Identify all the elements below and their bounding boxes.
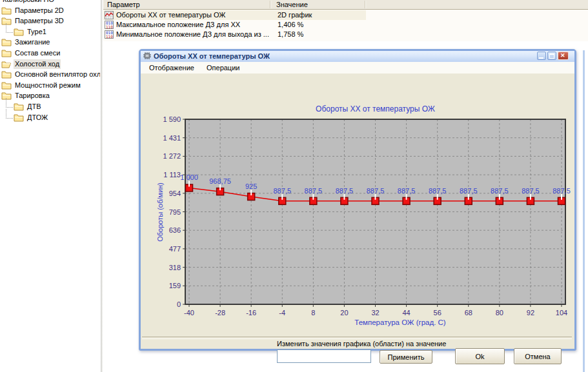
tree-item-type1[interactable]: Type1: [0, 27, 48, 37]
edit-values-label: Изменить значения графика (области) на з…: [277, 340, 446, 348]
tree-item-параметры-2d[interactable]: Параметры 2D: [0, 6, 65, 16]
tree-connector: [6, 23, 13, 33]
minimize-button[interactable]: [537, 52, 546, 60]
parameter-name: Обороты ХХ от температуры ОЖ: [116, 10, 225, 20]
maximize-icon: [549, 54, 554, 59]
svg-text:1 113: 1 113: [163, 171, 181, 179]
svg-text:1 272: 1 272: [163, 152, 181, 160]
dialog-title: Обороты ХХ от температуры ОЖ: [154, 52, 270, 60]
svg-text:92: 92: [527, 309, 534, 317]
tree-item-дтож[interactable]: ДТОЖ: [0, 113, 49, 123]
apply-button[interactable]: Применить: [380, 350, 432, 364]
svg-text:-16: -16: [246, 309, 256, 317]
svg-text:0: 0: [177, 300, 181, 308]
dialog-content: 01593184776367959541 1131 2721 4311 590-…: [141, 73, 574, 349]
tree-item-label: ДТВ: [26, 102, 43, 112]
folder-closed-icon: [1, 38, 12, 46]
tree-item-холостой-ход[interactable]: Холостой ход: [0, 59, 61, 70]
tree-item-label: Холостой ход: [14, 59, 61, 69]
data-point-label: 887,5: [398, 187, 416, 195]
tree-item-состав-смеси[interactable]: Состав смеси: [0, 48, 61, 59]
maximize-button[interactable]: [547, 52, 556, 60]
svg-text:56: 56: [434, 309, 441, 317]
table-row[interactable]: Обороты ХХ от температуры ОЖ2D график: [103, 10, 588, 20]
tree-item-label: Параметры 3D: [14, 16, 65, 26]
calibration-tree-panel[interactable]: Калибровки ПОПараметры 2DПараметры 3DTyp…: [0, 0, 100, 372]
svg-text:954: 954: [169, 190, 181, 197]
svg-text:80: 80: [496, 309, 503, 317]
svg-text:44: 44: [402, 309, 410, 317]
tree-item-зажигание[interactable]: Зажигание: [0, 37, 52, 48]
minimize-icon: [539, 54, 543, 59]
data-point-label: 887,5: [305, 187, 323, 195]
chart-title: Обороты ХХ от температуры ОЖ: [316, 104, 435, 113]
close-icon: ✕: [560, 53, 565, 57]
tree-item-label: Type1: [26, 27, 48, 37]
close-button[interactable]: ✕: [558, 52, 569, 60]
svg-text:110: 110: [106, 24, 113, 29]
folder-closed-icon: [1, 6, 12, 15]
svg-text:110: 110: [106, 34, 113, 39]
y-axis-title: Обороты (об/мин): [156, 182, 164, 242]
svg-text:318: 318: [169, 264, 181, 271]
folder-open-icon: [1, 60, 12, 68]
table-row[interactable]: 010110Максимальное положение ДЗ для ХХ1,…: [103, 20, 588, 30]
folder-closed-icon: [1, 70, 12, 79]
tree-item-калибровки-по[interactable]: Калибровки ПО: [0, 0, 56, 5]
folder-closed-icon: [1, 81, 12, 90]
tree-item-label: Тарировка: [14, 91, 51, 101]
data-point-label: 887,5: [522, 187, 540, 195]
column-header-parameter[interactable]: Параметр: [107, 1, 140, 8]
parameter-value: 1,406 %: [278, 20, 303, 30]
svg-text:636: 636: [169, 226, 181, 234]
tree-item-основной-вентилятор-охл-[interactable]: Основной вентилятор охл.: [0, 70, 100, 80]
svg-text:-40: -40: [184, 309, 194, 317]
data-point-label: 925: [245, 182, 257, 190]
tree-item-мощностной-режим[interactable]: Мощностной режим: [0, 81, 82, 91]
dialog-titlebar[interactable]: Обороты ХХ от температуры ОЖ ✕: [141, 51, 574, 63]
menu-operations[interactable]: Операции: [203, 63, 243, 72]
svg-text:159: 159: [169, 282, 181, 289]
tree-item-label: Основной вентилятор охл.: [14, 70, 100, 79]
parameter-value: 2D график: [278, 10, 312, 20]
rpm-vs-temperature-chart[interactable]: 01593184776367959541 1131 2721 4311 590-…: [142, 99, 578, 332]
parameter-value: 1,758 %: [278, 30, 303, 39]
panel-splitter[interactable]: [101, 0, 103, 372]
chip-icon: [143, 52, 152, 60]
data-point-label: 887,5: [336, 187, 354, 195]
x-axis-title: Температура ОЖ (град. С): [354, 318, 446, 326]
svg-text:1 431: 1 431: [163, 134, 181, 142]
data-point-label: 968,75: [209, 177, 231, 185]
menu-display[interactable]: Отображение: [145, 63, 198, 72]
new-value-input[interactable]: [277, 349, 371, 363]
binary-table-icon: 010110: [105, 21, 114, 29]
binary-table-icon: 010110: [105, 30, 114, 39]
ok-button[interactable]: Ok: [455, 348, 505, 364]
tree-item-label: Калибровки ПО: [1, 0, 56, 5]
svg-text:1 590: 1 590: [163, 115, 181, 123]
svg-text:68: 68: [465, 309, 472, 317]
parameter-table: Параметр Значение Обороты ХХ от температ…: [103, 0, 588, 41]
data-point-label: 887,5: [460, 187, 478, 195]
application-window: Калибровки ПОПараметры 2DПараметры 3DTyp…: [0, 0, 588, 372]
tree-item-label: Состав смеси: [14, 48, 61, 58]
table-row[interactable]: 010110Минимальное положение ДЗ для выход…: [103, 30, 588, 39]
column-separator[interactable]: [270, 1, 270, 8]
tree-connector: [6, 109, 13, 119]
data-point-label: 887,5: [553, 187, 571, 195]
cancel-button[interactable]: Отмена: [514, 348, 562, 364]
tree-item-label: ДТОЖ: [26, 113, 49, 122]
data-point-label: 887,5: [273, 187, 291, 195]
tree-item-label: Мощностной режим: [14, 81, 82, 90]
svg-text:477: 477: [169, 245, 181, 253]
folder-closed-icon: [14, 103, 24, 111]
chart-dialog: Обороты ХХ от температуры ОЖ ✕ Отображен…: [139, 49, 576, 351]
separator-line: [142, 337, 572, 339]
parameter-name: Минимальное положение ДЗ для выхода из .…: [116, 30, 269, 39]
parameter-name: Максимальное положение ДЗ для ХХ: [116, 20, 240, 30]
svg-text:-4: -4: [279, 309, 285, 317]
column-header-value[interactable]: Значение: [276, 1, 308, 8]
folder-closed-icon: [1, 49, 12, 57]
window-edge: [583, 50, 585, 372]
column-separator[interactable]: [365, 1, 365, 8]
